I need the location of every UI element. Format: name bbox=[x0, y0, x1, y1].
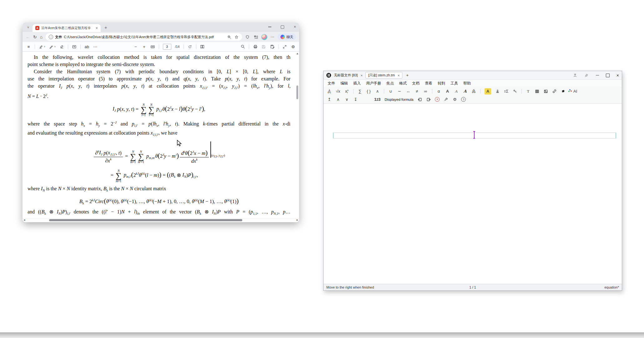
pin-icon[interactable] bbox=[584, 72, 589, 79]
address-bar[interactable]: i 文件 C:/Users/Jack/OneDrive/桌面/陈杰硕士/论文/1… bbox=[46, 33, 242, 41]
wrench-icon[interactable] bbox=[444, 96, 448, 103]
texmacs-tab-untitled[interactable]: 无标题文件 [83] × bbox=[334, 73, 363, 78]
horizontal-scrollbar[interactable]: ◀ ▶ bbox=[23, 218, 299, 222]
infinity-icon[interactable]: ∞ bbox=[423, 88, 428, 95]
tab-close-icon[interactable]: × bbox=[398, 74, 400, 77]
insert-before-icon[interactable] bbox=[417, 96, 422, 103]
browser-menu-icon[interactable]: ⋯ bbox=[270, 35, 274, 39]
zoom-out-icon[interactable]: − bbox=[133, 44, 138, 50]
stamp-icon[interactable] bbox=[495, 88, 500, 95]
go-top-icon[interactable]: ↥ bbox=[327, 96, 332, 103]
search-icon[interactable] bbox=[240, 44, 245, 50]
close-button[interactable]: × bbox=[294, 25, 296, 28]
blackboard-icon[interactable]: A bbox=[471, 88, 476, 95]
chevron-down-icon[interactable]: ∨ bbox=[44, 45, 45, 48]
semantic-sum-icon[interactable]: ΣΣ bbox=[504, 88, 509, 95]
menu-item-0[interactable]: 文件 bbox=[328, 81, 335, 86]
greek-alpha-icon[interactable]: α bbox=[436, 88, 441, 95]
fraktur-icon[interactable]: A bbox=[463, 88, 467, 95]
profile-avatar[interactable] bbox=[261, 34, 267, 40]
highlighter-icon[interactable]: ∨ bbox=[39, 44, 45, 50]
minimize-button[interactable] bbox=[596, 75, 599, 75]
tab-search-chevron-icon[interactable]: ∨ bbox=[25, 24, 31, 30]
similar-icon[interactable]: ∼ bbox=[397, 88, 402, 95]
minimize-button[interactable] bbox=[268, 27, 271, 27]
link-icon[interactable] bbox=[552, 88, 557, 95]
zoom-in-icon[interactable]: + bbox=[142, 44, 147, 50]
home-icon[interactable]: ⌂ bbox=[40, 34, 43, 39]
equation-input-box[interactable] bbox=[333, 132, 616, 139]
url-text[interactable]: C:/Users/Jack/OneDrive/桌面/陈杰硕士/论文/11年Anm… bbox=[64, 35, 225, 39]
gear-icon[interactable]: ⚙ bbox=[452, 96, 457, 103]
fullscreen-icon[interactable] bbox=[282, 44, 287, 50]
user-icon[interactable] bbox=[573, 72, 577, 79]
menu-item-9[interactable]: 工具 bbox=[450, 81, 458, 86]
menu-item-1[interactable]: 编辑 bbox=[340, 81, 348, 86]
macro-key-icon[interactable] bbox=[513, 88, 517, 95]
text-color-icon[interactable]: A bbox=[485, 88, 491, 95]
union-icon[interactable]: ∪ bbox=[388, 88, 393, 95]
remove-icon[interactable]: × bbox=[435, 96, 440, 103]
menu-item-8[interactable]: 转到 bbox=[438, 81, 445, 86]
go-up-icon[interactable]: ∧ bbox=[336, 96, 340, 103]
fraction-icon[interactable]: ab+c bbox=[327, 88, 332, 95]
back-icon[interactable]: ← bbox=[26, 34, 30, 39]
page-info-icon[interactable]: i bbox=[49, 35, 53, 39]
rotate-icon[interactable] bbox=[188, 44, 192, 50]
menu-item-5[interactable]: 格式 bbox=[399, 81, 407, 86]
close-button[interactable]: × bbox=[616, 74, 619, 77]
vertical-scrollbar-thumb[interactable] bbox=[296, 85, 298, 99]
menu-item-4[interactable]: 焦点 bbox=[386, 81, 394, 86]
menu-item-7[interactable]: 查看 bbox=[425, 81, 432, 86]
script-icon[interactable]: xni bbox=[345, 88, 349, 95]
page-view-icon[interactable] bbox=[200, 44, 205, 50]
leftrightarrow-icon[interactable]: ↔ bbox=[406, 88, 410, 95]
zoom-search-icon[interactable] bbox=[227, 34, 232, 40]
new-document-button[interactable]: + bbox=[406, 73, 409, 78]
numbering-icon[interactable]: 123 bbox=[374, 96, 380, 103]
sum-icon[interactable]: ∑ bbox=[358, 88, 362, 95]
insert-after-icon[interactable] bbox=[426, 96, 431, 103]
neq-icon[interactable]: ≠ bbox=[415, 88, 419, 95]
ai-icon[interactable]: AI bbox=[570, 88, 577, 95]
maximize-button[interactable] bbox=[606, 74, 610, 77]
browser-tab[interactable]: A 11年Anm朱华君二维薛定鄂方程辛 × bbox=[33, 24, 101, 32]
page-input[interactable]: 3 bbox=[163, 44, 171, 50]
tab-close-icon[interactable]: × bbox=[96, 26, 98, 30]
read-aloud-icon[interactable]: ab bbox=[84, 44, 89, 50]
bold-icon[interactable]: A bbox=[445, 88, 450, 95]
add-text-icon[interactable] bbox=[72, 44, 77, 50]
pen-icon[interactable]: ∨ bbox=[49, 44, 56, 50]
refresh-icon[interactable]: ↻ bbox=[33, 34, 37, 39]
settings-gear-icon[interactable]: ⚙ bbox=[291, 44, 295, 50]
text-mode-icon[interactable]: T bbox=[526, 88, 531, 95]
chevron-down-icon[interactable]: ∨ bbox=[54, 45, 56, 48]
horizontal-scrollbar-thumb[interactable] bbox=[49, 219, 242, 221]
browser-essentials-icon[interactable] bbox=[245, 34, 250, 40]
italic-icon[interactable]: A bbox=[454, 88, 459, 95]
maximize-button[interactable] bbox=[281, 25, 284, 29]
scroll-up-icon[interactable]: ▲ bbox=[297, 52, 298, 55]
menu-item-3[interactable]: 用户手册 bbox=[366, 81, 381, 86]
braces-icon[interactable]: { } bbox=[366, 88, 371, 95]
texmacs-tab-stem[interactable]: [只读] stem.zh.tm × bbox=[365, 72, 402, 79]
menu-item-10[interactable]: 帮助 bbox=[463, 81, 471, 86]
fit-width-icon[interactable] bbox=[150, 44, 155, 50]
save-as-icon[interactable] bbox=[270, 44, 274, 50]
chat-button[interactable]: 聊天 bbox=[278, 33, 296, 40]
table-icon[interactable] bbox=[535, 88, 539, 95]
more-tools-icon[interactable]: ⋯ bbox=[93, 44, 98, 50]
go-bottom-icon[interactable]: ↧ bbox=[353, 96, 358, 103]
texmacs-document-area[interactable] bbox=[324, 104, 622, 284]
scroll-right-icon[interactable]: ▶ bbox=[297, 219, 298, 221]
image-icon[interactable] bbox=[543, 88, 548, 95]
new-tab-button[interactable]: + bbox=[104, 25, 107, 30]
favorite-star-icon[interactable] bbox=[234, 34, 239, 40]
tab-close-icon[interactable]: × bbox=[360, 74, 362, 77]
menu-item-2[interactable]: 插入 bbox=[353, 81, 361, 86]
wedge-icon[interactable]: ∧ bbox=[375, 88, 380, 95]
fold-icon[interactable] bbox=[561, 88, 566, 95]
sqrt-icon[interactable]: √x bbox=[336, 88, 340, 95]
print-icon[interactable] bbox=[253, 44, 258, 50]
eraser-icon[interactable] bbox=[59, 44, 64, 50]
